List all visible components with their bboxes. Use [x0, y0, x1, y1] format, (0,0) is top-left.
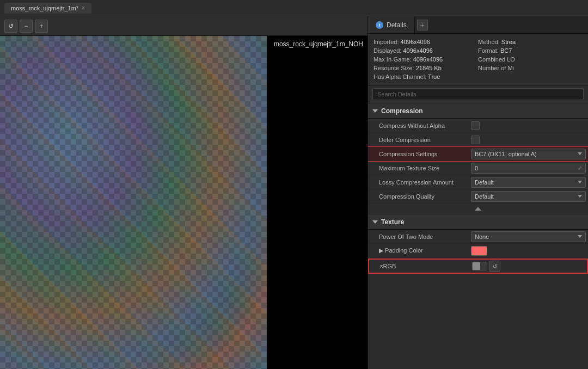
texture-section-header[interactable]: Texture — [368, 214, 588, 230]
info-method: Method: Strea — [478, 38, 583, 46]
details-tab[interactable]: i Details — [368, 16, 415, 33]
main-layout: ↺ − + moss_rock_ujqmejtr_1m_NOH i D — [0, 16, 588, 369]
compression-settings-row: Compression Settings BC7 (DX11, optional… — [368, 147, 588, 161]
details-icon: i — [376, 21, 383, 29]
add-panel-button[interactable]: + — [417, 20, 428, 30]
compression-section-header[interactable]: Compression — [368, 103, 588, 119]
defer-compression-checkbox[interactable] — [471, 136, 480, 144]
srgb-toggle-knob — [473, 262, 480, 270]
srgb-toggle[interactable] — [472, 262, 487, 270]
maximize-icon: ⤢ — [578, 165, 582, 171]
details-header: i Details + — [368, 16, 588, 34]
search-bar — [368, 85, 588, 103]
compress-without-alpha-label: Compress Without Alpha — [368, 120, 469, 131]
info-displayed: Displayed: 4096x4096 — [373, 47, 478, 54]
compression-settings-dropdown[interactable]: BC7 (DX11, optional A) — [471, 149, 586, 159]
texture-right-black — [267, 36, 367, 369]
tab-label: moss_rock_ujqmejtr_1m* — [11, 5, 78, 11]
srgb-row: sRGB ↺ — [368, 259, 588, 274]
lossy-compression-amount-dropdown[interactable]: Default — [471, 177, 586, 188]
texture-arrow-icon — [372, 220, 378, 224]
info-has-alpha: Has Alpha Channel: True — [373, 73, 478, 81]
info-imported: Imported: 4096x4096 — [373, 38, 478, 46]
maximum-texture-size-input[interactable]: 0 ⤢ — [471, 163, 586, 174]
scroll-up-indicator[interactable] — [368, 204, 588, 214]
properties-panel[interactable]: Compression Compress Without Alpha Defer… — [368, 103, 588, 369]
maximum-texture-size-value: 0 ⤢ — [469, 162, 588, 175]
lossy-compression-amount-value: Default — [469, 176, 588, 189]
zoom-in-button[interactable]: + — [35, 20, 48, 33]
texture-overlay-2 — [0, 36, 267, 369]
lossy-compression-amount-dropdown-arrow-icon — [578, 181, 582, 183]
close-tab-button[interactable]: × — [82, 5, 85, 11]
srgb-label: sRGB — [369, 261, 470, 272]
reset-icon: ↺ — [8, 22, 14, 30]
scroll-up-arrow-icon — [475, 207, 481, 211]
compression-section-title: Compression — [381, 107, 423, 115]
compression-settings-value: BC7 (DX11, optional A) — [469, 147, 588, 161]
power-of-two-mode-value: None — [469, 230, 588, 243]
compression-quality-value: Default — [469, 190, 588, 203]
padding-color-swatch[interactable] — [471, 246, 487, 256]
power-of-two-mode-dropdown[interactable]: None — [471, 231, 586, 242]
lossy-compression-amount-row: Lossy Compression Amount Default — [368, 175, 588, 189]
info-resource-size: Resource Size: 21845 Kb — [373, 64, 478, 72]
compression-settings-label: Compression Settings — [368, 149, 469, 159]
texture-viewport: moss_rock_ujqmejtr_1m_NOH — [0, 36, 367, 369]
compression-quality-dropdown[interactable]: Default — [471, 191, 586, 202]
maximum-texture-size-row: Maximum Texture Size 0 ⤢ — [368, 161, 588, 175]
power-of-two-mode-row: Power Of Two Mode None — [368, 230, 588, 244]
minus-icon: − — [24, 22, 28, 30]
padding-color-row: ▶ Padding Color — [368, 244, 588, 258]
srgb-toggle-area: ↺ — [472, 261, 500, 272]
maximum-texture-size-label: Maximum Texture Size — [368, 163, 469, 174]
padding-color-label: ▶ Padding Color — [368, 245, 469, 256]
info-number-of-mi: Number of Mi — [478, 64, 583, 72]
plus-icon: + — [39, 22, 43, 30]
padding-color-value — [469, 245, 588, 257]
defer-compression-value — [469, 134, 588, 145]
compression-arrow-icon — [372, 109, 378, 113]
lossy-compression-amount-label: Lossy Compression Amount — [368, 177, 469, 188]
title-bar: moss_rock_ujqmejtr_1m* × — [0, 0, 588, 16]
search-input[interactable] — [372, 88, 584, 100]
info-max-ingame: Max In-Game: 4096x4096 — [373, 56, 478, 63]
compress-without-alpha-row: Compress Without Alpha — [368, 119, 588, 133]
compression-quality-dropdown-label: Default — [475, 193, 575, 200]
info-format: Format: BC7 — [478, 47, 583, 54]
maximum-texture-size-number: 0 — [475, 165, 575, 171]
info-combined-lo: Combined LO — [478, 56, 583, 63]
compression-settings-dropdown-label: BC7 (DX11, optional A) — [475, 151, 575, 157]
details-tab-label: Details — [387, 21, 407, 29]
compression-quality-row: Compression Quality Default — [368, 189, 588, 204]
srgb-value: ↺ — [470, 260, 587, 273]
compression-settings-dropdown-arrow-icon — [578, 152, 582, 155]
reset-button[interactable]: ↺ — [4, 20, 17, 33]
compression-quality-dropdown-arrow-icon — [578, 195, 582, 198]
power-of-two-mode-dropdown-arrow-icon — [578, 235, 582, 238]
file-tab[interactable]: moss_rock_ujqmejtr_1m* × — [4, 3, 91, 14]
zoom-out-button[interactable]: − — [20, 20, 33, 33]
srgb-reset-button[interactable]: ↺ — [489, 261, 500, 272]
toolbar: ↺ − + — [0, 16, 367, 36]
right-panel: i Details + Imported: 4096x4096 Method: … — [367, 16, 588, 369]
compress-without-alpha-value — [469, 120, 588, 131]
left-panel: ↺ − + moss_rock_ujqmejtr_1m_NOH — [0, 16, 367, 369]
texture-section-title: Texture — [381, 218, 404, 226]
defer-compression-row: Defer Compression — [368, 133, 588, 147]
power-of-two-mode-dropdown-label: None — [475, 233, 575, 240]
compression-quality-label: Compression Quality — [368, 191, 469, 202]
defer-compression-label: Defer Compression — [368, 134, 469, 145]
compress-without-alpha-checkbox[interactable] — [471, 121, 480, 130]
power-of-two-mode-label: Power Of Two Mode — [368, 231, 469, 242]
info-grid: Imported: 4096x4096 Method: Strea Displa… — [368, 34, 588, 85]
lossy-compression-amount-dropdown-label: Default — [475, 179, 575, 186]
